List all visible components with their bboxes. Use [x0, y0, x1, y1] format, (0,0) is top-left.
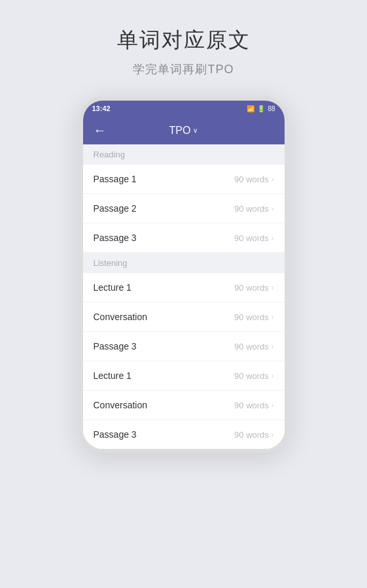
phone-content: ReadingPassage 190 words›Passage 290 wor… [83, 144, 285, 449]
status-time: 13:42 [92, 105, 111, 112]
list-item[interactable]: Passage 290 words› [83, 194, 285, 223]
item-right: 90 words› [234, 400, 273, 410]
back-button[interactable]: ← [94, 123, 107, 138]
nav-title-text: TPO [169, 125, 191, 137]
page-subtitle: 学完单词再刷TPO [117, 61, 251, 77]
item-label: Lecture 1 [94, 370, 131, 381]
item-label: Passage 3 [94, 233, 137, 243]
status-icons: 📶 🔋 88 [247, 105, 275, 112]
item-chevron-icon: › [271, 175, 274, 183]
item-words: 90 words [234, 204, 269, 214]
item-chevron-icon: › [271, 372, 274, 380]
list-item[interactable]: Conversation90 words› [83, 302, 285, 332]
nav-bar: ← TPO ∨ [83, 116, 285, 144]
item-chevron-icon: › [271, 431, 274, 438]
item-chevron-icon: › [271, 204, 274, 212]
item-label: Passage 3 [94, 429, 137, 440]
battery-level: 88 [268, 105, 275, 112]
item-label: Passage 3 [94, 341, 137, 351]
item-right: 90 words› [234, 174, 273, 184]
item-words: 90 words [234, 283, 269, 293]
status-bar: 13:42 📶 🔋 88 [83, 101, 285, 116]
list-item[interactable]: Conversation90 words› [83, 391, 285, 420]
page-header: 单词对应原文 学完单词再刷TPO [117, 0, 251, 97]
item-chevron-icon: › [271, 342, 274, 350]
list-item[interactable]: Passage 390 words› [83, 332, 285, 361]
item-chevron-icon: › [271, 401, 274, 409]
list-item[interactable]: Lecture 190 words› [83, 273, 285, 302]
item-label: Lecture 1 [94, 282, 131, 293]
item-label: Conversation [94, 400, 148, 410]
item-words: 90 words [234, 342, 269, 351]
nav-title: TPO ∨ [114, 125, 253, 137]
item-label: Passage 1 [94, 174, 137, 184]
page-title: 单词对应原文 [117, 26, 251, 55]
item-right: 90 words› [234, 283, 273, 293]
item-words: 90 words [234, 400, 269, 410]
item-words: 90 words [234, 174, 269, 184]
battery-icon: 🔋 [257, 105, 265, 112]
item-words: 90 words [234, 430, 269, 440]
nav-chevron-icon[interactable]: ∨ [193, 127, 198, 134]
item-right: 90 words› [234, 371, 273, 381]
item-right: 90 words› [234, 430, 273, 440]
list-item[interactable]: Passage 190 words› [83, 165, 285, 194]
wifi-icon: 📶 [247, 105, 254, 112]
item-right: 90 words› [234, 342, 273, 351]
list-item[interactable]: Passage 390 words› [83, 420, 285, 449]
list-item[interactable]: Lecture 190 words› [83, 361, 285, 391]
item-right: 90 words› [234, 312, 273, 322]
item-chevron-icon: › [271, 234, 274, 242]
item-label: Conversation [94, 312, 148, 322]
section-header: Listening [83, 253, 285, 273]
section-header: Reading [83, 144, 285, 165]
item-chevron-icon: › [271, 284, 274, 291]
item-right: 90 words› [234, 233, 273, 243]
phone-frame: 13:42 📶 🔋 88 ← TPO ∨ ReadingPassage 190 … [79, 97, 288, 453]
item-words: 90 words [234, 233, 269, 243]
item-right: 90 words› [234, 204, 273, 214]
item-label: Passage 2 [94, 203, 137, 214]
item-words: 90 words [234, 312, 269, 322]
item-chevron-icon: › [271, 313, 274, 321]
item-words: 90 words [234, 371, 269, 381]
list-item[interactable]: Passage 390 words› [83, 223, 285, 253]
